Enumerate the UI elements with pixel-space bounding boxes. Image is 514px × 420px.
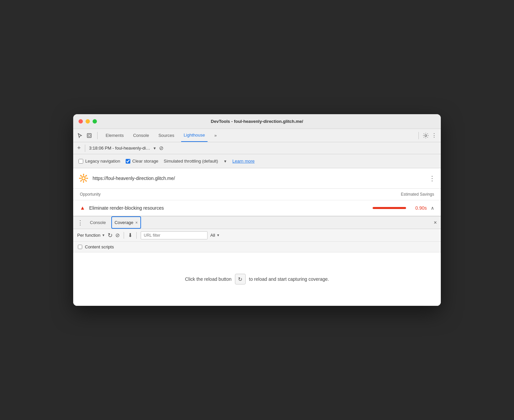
- lighthouse-url-row: 🔆 https://foul-heavenly-direction.glitch…: [79, 174, 429, 183]
- minimize-button[interactable]: [86, 119, 90, 124]
- coverage-drawer: ⋮ Console Coverage × × Per function ▼ ↻ …: [73, 216, 441, 306]
- audit-title: Eliminate render-blocking resources: [89, 205, 369, 211]
- coverage-body-text-after: to reload and start capturing coverage.: [249, 276, 329, 282]
- all-dropdown-arrow-icon: ▼: [217, 233, 220, 237]
- svg-rect-0: [87, 134, 91, 138]
- coverage-tab-close-icon[interactable]: ×: [135, 220, 138, 225]
- coverage-toolbar: Per function ▼ ↻ ⊘ ⬇ All ▼: [73, 229, 441, 242]
- lighthouse-url-section: 🔆 https://foul-heavenly-direction.glitch…: [73, 168, 441, 189]
- tab-console[interactable]: Console: [130, 129, 152, 142]
- window-controls: [79, 119, 97, 124]
- clear-storage-checkbox[interactable]: [126, 159, 130, 164]
- download-icon[interactable]: ⬇: [128, 232, 132, 238]
- settings-icon[interactable]: [423, 133, 429, 139]
- coverage-body: Click the reload button ↻ to reload and …: [73, 252, 441, 306]
- chevron-up-icon[interactable]: ∧: [431, 205, 434, 211]
- drawer-tabs: ⋮ Console Coverage × ×: [73, 216, 441, 229]
- savings-bar: [373, 207, 406, 209]
- devtools-window: DevTools - foul-heavenly-direction.glitc…: [73, 114, 441, 306]
- lighthouse-more-icon[interactable]: ⋮: [429, 174, 435, 182]
- url-filter-input[interactable]: [141, 231, 208, 239]
- legacy-nav-checkbox-label[interactable]: Legacy navigation: [79, 159, 120, 164]
- legacy-nav-checkbox[interactable]: [79, 159, 83, 164]
- reload-icon[interactable]: ↻: [108, 232, 113, 239]
- url-bar-row: + 3:18:06 PM - foul-heavenly-di… ▼ ⊘: [73, 142, 441, 154]
- tab-lighthouse[interactable]: Lighthouse: [181, 129, 208, 142]
- clear-storage-checkbox-label[interactable]: Clear storage: [126, 159, 158, 164]
- coverage-block-icon[interactable]: ⊘: [115, 232, 120, 238]
- drawer-tab-coverage[interactable]: Coverage ×: [111, 216, 141, 229]
- drawer-tab-console[interactable]: Console: [87, 216, 109, 229]
- coverage-divider: [124, 232, 124, 239]
- warning-triangle-icon: ▲: [80, 205, 85, 211]
- coverage-reload-icon: ↻: [238, 276, 242, 282]
- tab-more[interactable]: »: [212, 129, 219, 142]
- opportunity-header: Opportunity Estimated Savings: [73, 189, 441, 200]
- window-title: DevTools - foul-heavenly-direction.glitc…: [211, 119, 303, 124]
- cursor-icon[interactable]: [77, 133, 83, 138]
- content-scripts-checkbox[interactable]: [78, 245, 82, 249]
- toolbar-divider: [97, 132, 98, 139]
- per-function-arrow-icon: ▼: [102, 233, 105, 237]
- svg-point-2: [425, 135, 426, 136]
- audit-row: ▲ Eliminate render-blocking resources 0.…: [73, 200, 441, 216]
- coverage-reload-button[interactable]: ↻: [235, 274, 246, 284]
- url-timestamp: 3:18:06 PM - foul-heavenly-di…: [89, 146, 150, 151]
- options-row: Legacy navigation Clear storage Simulate…: [73, 154, 441, 168]
- toolbar-right: ⋮: [417, 132, 437, 139]
- titlebar: DevTools - foul-heavenly-direction.glitc…: [73, 114, 441, 129]
- lighthouse-url: https://foul-heavenly-direction.glitch.m…: [93, 176, 175, 181]
- learn-more-link[interactable]: Learn more: [232, 159, 254, 164]
- opportunity-label: Opportunity: [80, 192, 101, 197]
- drawer-close-icon[interactable]: ×: [434, 220, 437, 226]
- svg-rect-1: [88, 135, 90, 137]
- drawer-dots-icon[interactable]: ⋮: [77, 219, 83, 226]
- kebab-menu-icon[interactable]: ⋮: [431, 132, 437, 139]
- coverage-body-text-before: Click the reload button: [185, 276, 231, 282]
- content-scripts-row: Content scripts: [73, 242, 441, 252]
- content-scripts-label: Content scripts: [85, 244, 114, 249]
- estimated-savings-label: Estimated Savings: [401, 192, 434, 197]
- toolbar-right-divider: [418, 132, 419, 139]
- add-icon[interactable]: +: [77, 145, 81, 152]
- block-icon[interactable]: ⊘: [159, 145, 163, 151]
- inspect-icon[interactable]: [87, 133, 92, 138]
- close-button[interactable]: [79, 119, 83, 124]
- lighthouse-logo-icon: 🔆: [79, 174, 89, 183]
- tab-elements[interactable]: Elements: [103, 129, 126, 142]
- tab-sources[interactable]: Sources: [156, 129, 177, 142]
- all-dropdown[interactable]: All ▼: [210, 233, 220, 238]
- coverage-divider-2: [136, 232, 137, 239]
- dropdown-chevron-icon[interactable]: ▼: [153, 146, 156, 150]
- maximize-button[interactable]: [93, 119, 97, 124]
- throttling-text: Simulated throttling (default): [164, 159, 218, 164]
- url-divider: [85, 145, 85, 152]
- main-toolbar: Elements Console Sources Lighthouse » ⋮: [73, 129, 441, 142]
- throttling-dropdown-arrow[interactable]: ▼: [223, 159, 227, 163]
- savings-value: 0.90s: [410, 205, 427, 211]
- per-function-dropdown[interactable]: Per function ▼: [77, 233, 105, 238]
